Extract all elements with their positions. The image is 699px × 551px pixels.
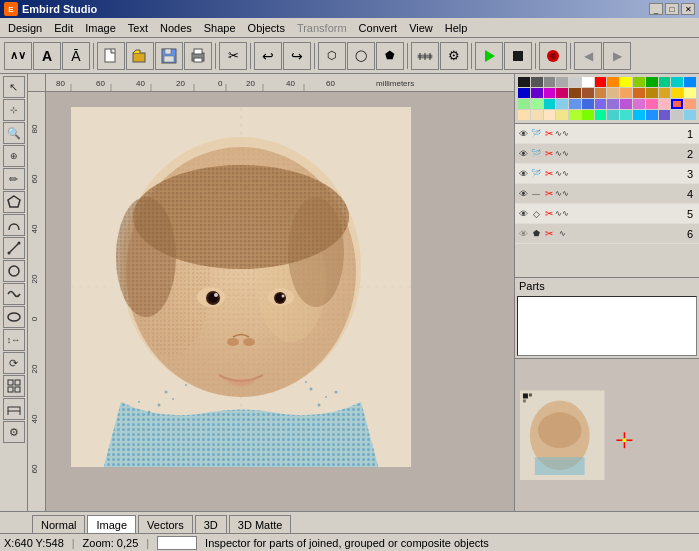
color-cell-17[interactable]	[556, 88, 568, 98]
toolbar-text2-btn[interactable]: Ā	[62, 42, 90, 70]
color-cell-11[interactable]	[659, 77, 671, 87]
color-cell-42[interactable]	[518, 110, 530, 120]
tool-polygon[interactable]	[3, 191, 25, 213]
menu-view[interactable]: View	[403, 20, 439, 36]
color-cell-23[interactable]	[633, 88, 645, 98]
tool-flip[interactable]: ↕↔	[3, 329, 25, 351]
toolbar-text-btn[interactable]: A	[33, 42, 61, 70]
tool-wave[interactable]	[3, 283, 25, 305]
thread-row-6[interactable]: 👁 ⬟ ✂ ∿ 6	[515, 224, 699, 244]
color-cell-32[interactable]	[569, 99, 581, 109]
color-cell-28[interactable]	[518, 99, 530, 109]
color-cell-36[interactable]	[620, 99, 632, 109]
tool-grid[interactable]	[3, 375, 25, 397]
close-button[interactable]: ✕	[681, 3, 695, 15]
toolbar-play-btn[interactable]	[475, 42, 503, 70]
tab-3d[interactable]: 3D	[195, 515, 227, 533]
color-cell-13[interactable]	[684, 77, 696, 87]
tool-ellipse[interactable]	[3, 306, 25, 328]
color-cell-24[interactable]	[646, 88, 658, 98]
color-cell-41[interactable]	[684, 99, 696, 109]
tool-node[interactable]: ⊹	[3, 99, 25, 121]
color-cell-49[interactable]	[607, 110, 619, 120]
color-cell-5[interactable]	[582, 77, 594, 87]
toolbar-save-btn[interactable]	[155, 42, 183, 70]
toolbar-undo-btn[interactable]: ↩	[254, 42, 282, 70]
color-cell-22[interactable]	[620, 88, 632, 98]
color-cell-2[interactable]	[544, 77, 556, 87]
menu-edit[interactable]: Edit	[48, 20, 79, 36]
menu-design[interactable]: Design	[2, 20, 48, 36]
color-cell-47[interactable]	[582, 110, 594, 120]
color-cell-12[interactable]	[671, 77, 683, 87]
color-cell-31[interactable]	[556, 99, 568, 109]
color-cell-30[interactable]	[544, 99, 556, 109]
tool-zoom[interactable]: 🔍	[3, 122, 25, 144]
toolbar-print-btn[interactable]	[184, 42, 212, 70]
toolbar-open-btn[interactable]	[126, 42, 154, 70]
color-cell-40[interactable]	[671, 99, 683, 109]
color-cell-1[interactable]	[531, 77, 543, 87]
color-cell-55[interactable]	[684, 110, 696, 120]
color-cell-10[interactable]	[646, 77, 658, 87]
color-cell-8[interactable]	[620, 77, 632, 87]
tab-image[interactable]: Image	[87, 515, 136, 533]
color-cell-25[interactable]	[659, 88, 671, 98]
menu-image[interactable]: Image	[79, 20, 122, 36]
toolbar-transform1-btn[interactable]: ⬡	[318, 42, 346, 70]
thread-row-5[interactable]: 👁 ◇ ✂ ∿∿ 5	[515, 204, 699, 224]
toolbar-transform2-btn[interactable]: ◯	[347, 42, 375, 70]
toolbar-redo-btn[interactable]: ↪	[283, 42, 311, 70]
thread-list-scroll[interactable]: 👁 🪡 ✂ ∿∿ 1 👁 🪡 ✂ ∿∿ 2	[515, 124, 699, 244]
thread-row-3[interactable]: 👁 🪡 ✂ ∿∿ 3	[515, 164, 699, 184]
color-cell-51[interactable]	[633, 110, 645, 120]
tool-pencil[interactable]: ✏	[3, 168, 25, 190]
color-cell-45[interactable]	[556, 110, 568, 120]
color-cell-52[interactable]	[646, 110, 658, 120]
tool-minus[interactable]	[3, 398, 25, 420]
toolbar-transform3-btn[interactable]: ⬟	[376, 42, 404, 70]
menu-objects[interactable]: Objects	[242, 20, 291, 36]
color-cell-7[interactable]	[607, 77, 619, 87]
color-cell-33[interactable]	[582, 99, 594, 109]
color-cell-29[interactable]	[531, 99, 543, 109]
toolbar-wave-btn[interactable]: ∧∨	[4, 42, 32, 70]
color-cell-50[interactable]	[620, 110, 632, 120]
menu-text[interactable]: Text	[122, 20, 154, 36]
toolbar-measure-btn[interactable]	[411, 42, 439, 70]
thread-row-1[interactable]: 👁 🪡 ✂ ∿∿ 1	[515, 124, 699, 144]
color-cell-27[interactable]	[684, 88, 696, 98]
menu-convert[interactable]: Convert	[353, 20, 404, 36]
menu-shape[interactable]: Shape	[198, 20, 242, 36]
tool-rotate[interactable]: ⟳	[3, 352, 25, 374]
tab-3d-matte[interactable]: 3D Matte	[229, 515, 292, 533]
color-cell-44[interactable]	[544, 110, 556, 120]
toolbar-cut-btn[interactable]: ✂	[219, 42, 247, 70]
color-cell-14[interactable]	[518, 88, 530, 98]
color-cell-4[interactable]	[569, 77, 581, 87]
toolbar-color-btn[interactable]	[539, 42, 567, 70]
tool-settings[interactable]: ⚙	[3, 421, 25, 443]
color-cell-15[interactable]	[531, 88, 543, 98]
color-cell-9[interactable]	[633, 77, 645, 87]
tool-line[interactable]	[3, 237, 25, 259]
maximize-button[interactable]: □	[665, 3, 679, 15]
menu-nodes[interactable]: Nodes	[154, 20, 198, 36]
color-cell-26[interactable]	[671, 88, 683, 98]
toolbar-arrow1-btn[interactable]: ◀	[574, 42, 602, 70]
color-cell-53[interactable]	[659, 110, 671, 120]
canvas-content[interactable]	[46, 92, 514, 511]
canvas-area[interactable]: 80 60 40 20 0 20 40 60 millimeters	[28, 74, 514, 511]
tool-bezier[interactable]	[3, 214, 25, 236]
color-cell-54[interactable]	[671, 110, 683, 120]
color-cell-43[interactable]	[531, 110, 543, 120]
color-cell-35[interactable]	[607, 99, 619, 109]
color-cell-20[interactable]	[595, 88, 607, 98]
color-cell-34[interactable]	[595, 99, 607, 109]
color-cell-38[interactable]	[646, 99, 658, 109]
tab-normal[interactable]: Normal	[32, 515, 85, 533]
toolbar-new-btn[interactable]	[97, 42, 125, 70]
thread-row-4[interactable]: 👁 — ✂ ∿∿ 4	[515, 184, 699, 204]
menu-transform[interactable]: Transform	[291, 20, 353, 36]
color-cell-21[interactable]	[607, 88, 619, 98]
